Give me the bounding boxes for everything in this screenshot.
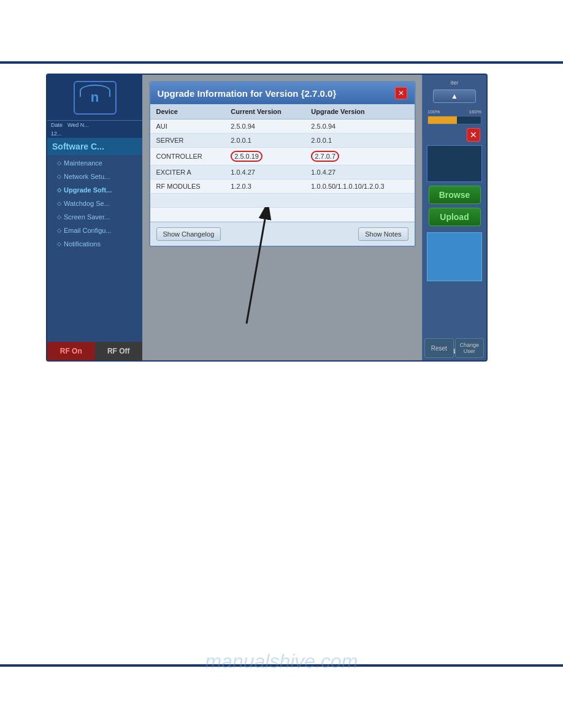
up-arrow-icon: ▲ bbox=[451, 92, 458, 100]
close-x-button[interactable]: ✕ bbox=[467, 128, 480, 142]
current-server: 2.0.0.1 bbox=[224, 134, 305, 148]
bottom-line bbox=[0, 664, 563, 667]
table-row: AUI 2.5.0.94 2.5.0.94 bbox=[150, 119, 415, 134]
col-device: Device bbox=[150, 104, 225, 119]
reset-button[interactable]: Reset bbox=[424, 338, 454, 358]
sidebar-item-upgrade-software[interactable]: Upgrade Soft... bbox=[47, 183, 142, 197]
date-time-bar: Date Wed N... bbox=[47, 121, 142, 129]
show-changelog-button[interactable]: Show Changelog bbox=[156, 227, 221, 241]
progress-fill bbox=[428, 116, 457, 124]
modal-title-bar: Upgrade Information for Version {2.7.0.0… bbox=[150, 82, 415, 104]
main-content: Upgrade Information for Version {2.7.0.0… bbox=[142, 75, 422, 360]
table-row: SERVER 2.0.0.1 2.0.0.1 bbox=[150, 134, 415, 148]
empty-cell bbox=[305, 208, 414, 222]
display-area bbox=[427, 145, 482, 182]
upgrade-rf-modules: 1.0.0.50/1.1.0.10/1.2.0.3 bbox=[305, 180, 414, 194]
rf-off-button[interactable]: RF Off bbox=[95, 342, 143, 360]
current-controller: 2.5.0.19 bbox=[224, 148, 305, 165]
progress-bar-area: 100% 160% bbox=[427, 109, 481, 124]
modal-footer: Show Changelog Show Notes bbox=[150, 222, 415, 246]
ui-container: n Date Wed N... 12... Software C... Main… bbox=[46, 74, 488, 362]
table-row-empty bbox=[150, 208, 415, 222]
watchdog-label: Watchdog Se... bbox=[64, 200, 110, 207]
rf-buttons: RF On RF Off bbox=[47, 342, 142, 360]
sidebar-software-heading[interactable]: Software C... bbox=[47, 138, 142, 155]
notifications-label: Notifications bbox=[64, 240, 101, 248]
table-row-controller: CONTROLLER 2.5.0.19 2.7.0.7 bbox=[150, 148, 415, 165]
empty-cell bbox=[150, 194, 225, 208]
sidebar: n Date Wed N... 12... Software C... Main… bbox=[47, 75, 142, 360]
upgrade-controller: 2.7.0.7 bbox=[305, 148, 414, 165]
sidebar-logo: n bbox=[47, 75, 142, 121]
upgrade-server: 2.0.0.1 bbox=[305, 134, 414, 148]
modal-overlay: Upgrade Information for Version {2.7.0.0… bbox=[142, 75, 422, 360]
day-label: Wed N... bbox=[67, 122, 89, 128]
page-wrapper: n Date Wed N... 12... Software C... Main… bbox=[0, 0, 563, 728]
nautel-arc-icon bbox=[80, 85, 110, 97]
current-rf-modules: 1.2.0.3 bbox=[224, 180, 305, 194]
table-row: RF MODULES 1.2.0.3 1.0.0.50/1.1.0.10/1.2… bbox=[150, 180, 415, 194]
device-controller: CONTROLLER bbox=[150, 148, 225, 165]
empty-cell bbox=[150, 208, 225, 222]
device-aui: AUI bbox=[150, 119, 225, 134]
table-row: EXCITER A 1.0.4.27 1.0.4.27 bbox=[150, 165, 415, 180]
upgrade-info-table: Device Current Version Upgrade Version A… bbox=[150, 104, 415, 222]
rf-on-button[interactable]: RF On bbox=[47, 342, 95, 360]
upgrade-software-label: Upgrade Soft... bbox=[64, 186, 112, 194]
bottom-right-buttons: Reset Change User bbox=[422, 336, 486, 360]
number-label: 12... bbox=[51, 131, 62, 137]
col-current: Current Version bbox=[224, 104, 305, 119]
upgrade-aui: 2.5.0.94 bbox=[305, 119, 414, 134]
progress-track bbox=[427, 116, 481, 124]
change-user-button[interactable]: Change User bbox=[455, 338, 484, 358]
top-line bbox=[0, 61, 563, 64]
sidebar-item-email-config[interactable]: Email Configu... bbox=[47, 224, 142, 237]
controller-current-highlight: 2.5.0.19 bbox=[231, 151, 262, 162]
controller-upgrade-highlight: 2.7.0.7 bbox=[311, 151, 339, 162]
network-setup-label: Network Setu... bbox=[64, 173, 110, 180]
upload-button[interactable]: Upload bbox=[429, 208, 481, 226]
modal-title: Upgrade Information for Version {2.7.0.0… bbox=[158, 88, 337, 99]
sidebar-item-notifications[interactable]: Notifications bbox=[47, 237, 142, 251]
table-row-empty bbox=[150, 194, 415, 208]
empty-cell bbox=[305, 194, 414, 208]
empty-cell bbox=[224, 194, 305, 208]
col-upgrade: Upgrade Version bbox=[305, 104, 414, 119]
device-exciter: EXCITER A bbox=[150, 165, 225, 180]
blue-display-area bbox=[427, 232, 482, 281]
progress-left-label: 100% bbox=[427, 109, 440, 115]
sidebar-item-maintenance[interactable]: Maintenance bbox=[47, 156, 142, 170]
watermark: manualshive.com bbox=[205, 650, 358, 673]
current-exciter: 1.0.4.27 bbox=[224, 165, 305, 180]
upgrade-exciter: 1.0.4.27 bbox=[305, 165, 414, 180]
modal-close-button[interactable]: ✕ bbox=[395, 87, 407, 99]
progress-right-label: 160% bbox=[469, 109, 481, 115]
nautel-logo: n bbox=[74, 81, 117, 115]
empty-cell bbox=[224, 208, 305, 222]
device-server: SERVER bbox=[150, 134, 225, 148]
browse-button[interactable]: Browse bbox=[429, 186, 481, 204]
date-label: Date bbox=[51, 122, 63, 128]
device-rf-modules: RF MODULES bbox=[150, 180, 225, 194]
show-notes-button[interactable]: Show Notes bbox=[358, 227, 408, 241]
sidebar-item-network-setup[interactable]: Network Setu... bbox=[47, 170, 142, 183]
time-bar: 12... bbox=[47, 129, 142, 138]
maintenance-label: Maintenance bbox=[64, 159, 102, 167]
screen-saver-label: Screen Saver... bbox=[64, 213, 110, 221]
current-aui: 2.5.0.94 bbox=[224, 119, 305, 134]
progress-labels: 100% 160% bbox=[427, 109, 481, 115]
sidebar-item-watchdog[interactable]: Watchdog Se... bbox=[47, 197, 142, 210]
up-arrow-button[interactable]: ▲ bbox=[433, 89, 476, 103]
right-panel: iter ▲ 100% 160% ✕ Browse Upload out bbox=[422, 75, 486, 360]
upgrade-info-modal: Upgrade Information for Version {2.7.0.0… bbox=[149, 81, 416, 247]
right-panel-date: iter bbox=[451, 80, 459, 86]
sidebar-item-screen-saver[interactable]: Screen Saver... bbox=[47, 210, 142, 224]
sidebar-menu: Maintenance Network Setu... Upgrade Soft… bbox=[47, 156, 142, 251]
email-config-label: Email Configu... bbox=[64, 227, 112, 234]
